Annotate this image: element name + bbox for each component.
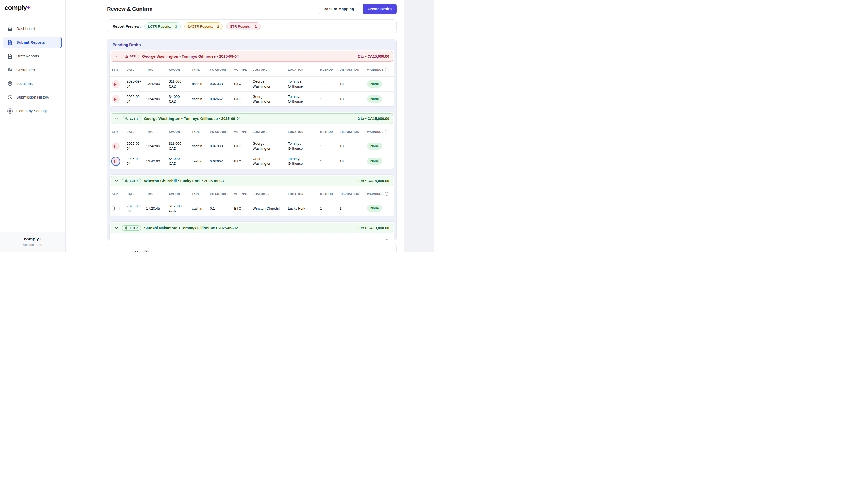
column-header-vc-amount: VC AMOUNT: [208, 63, 232, 76]
column-header-method: METHOD: [318, 234, 338, 240]
sidebar-item-label: Company Settings: [16, 109, 48, 113]
cell-disposition: 18: [338, 92, 365, 106]
cell-vc_type: BTC: [232, 76, 250, 92]
table-header-row: STRDATETIMEAMOUNTTYPEVC AMOUNTVC TYPECUS…: [110, 234, 394, 240]
sidebar-item-dashboard[interactable]: Dashboard: [3, 23, 62, 34]
right-gutter: [404, 0, 434, 252]
cell-type: cashin: [190, 139, 208, 154]
column-header-vc-type: VC TYPE: [232, 234, 250, 240]
report-type-badge: STR: [122, 54, 139, 59]
transactions-table: STRDATETIMEAMOUNTTYPEVC AMOUNTVC TYPECUS…: [110, 234, 394, 240]
cell-date: 2025-09-04: [124, 139, 144, 154]
str-flag-button[interactable]: [112, 142, 120, 150]
cell-method: 1: [318, 154, 338, 169]
warnings-none-badge: None: [367, 205, 382, 212]
group-header-lctr-1[interactable]: LCTR George Washington • Tommys Gillhous…: [111, 113, 393, 124]
sidebar-item-submission-history[interactable]: Submission History: [3, 92, 62, 103]
sidebar-item-customers[interactable]: Customers: [3, 64, 62, 75]
dollar-circle-icon: [125, 227, 128, 230]
column-header-type: TYPE: [190, 125, 208, 139]
cell-disposition: 18: [338, 154, 365, 169]
column-header-vc-amount: VC AMOUNT: [208, 125, 232, 139]
not-reportable-panel[interactable]: Not Reportable 2: [107, 243, 396, 252]
cell-date: 2025-09-04: [124, 154, 144, 169]
flag-icon: [114, 159, 117, 163]
column-header-time: TIME: [144, 187, 167, 201]
map-pin-icon: [7, 81, 13, 86]
column-header-amount: AMOUNT: [167, 187, 190, 201]
warnings-none-badge: None: [367, 95, 382, 103]
column-header-date: DATE: [124, 125, 144, 139]
cell-customer: George Washington: [250, 76, 286, 92]
column-header-str: STR: [110, 63, 124, 76]
sidebar-footer: comply+ Version 1.0.0: [0, 232, 65, 252]
column-header-location: LOCATION: [286, 125, 318, 139]
column-header-warnings: WARNINGS: [365, 234, 394, 240]
str-flag-button[interactable]: [112, 157, 120, 165]
cell-vc_amount: 0.07333: [208, 76, 232, 92]
sidebar-item-label: Submission History: [16, 95, 49, 99]
create-drafts-button[interactable]: Create Drafts: [363, 4, 396, 14]
app-logo: comply+: [0, 0, 65, 16]
str-flag-button[interactable]: [112, 95, 120, 103]
flag-icon: [114, 97, 117, 101]
group-header-lctr-3[interactable]: LCTR Satoshi Nakamoto • Tommys Gillhouse…: [111, 223, 393, 233]
back-to-mapping-button[interactable]: Back to Mapping: [319, 4, 359, 14]
chevron-down-icon: [114, 54, 118, 59]
cell-time: 17:20:45: [144, 201, 167, 216]
transactions-table: STRDATETIMEAMOUNTTYPEVC AMOUNTVC TYPECUS…: [110, 187, 394, 216]
group-title: George Washington • Tommys Gillhouse • 2…: [142, 54, 239, 59]
report-type-badge: LCTR: [122, 178, 141, 183]
group-header-lctr-2[interactable]: LCTR Winston Churchill • Lucky Fork • 20…: [111, 176, 393, 186]
column-header-customer: CUSTOMER: [250, 125, 286, 139]
cell-amount: $15,000 CAD: [167, 201, 190, 216]
footer-logo: comply+: [0, 237, 65, 241]
warnings-help-icon[interactable]: [385, 239, 389, 240]
report-type-badge: LCTR: [122, 116, 141, 121]
sidebar-item-label: Dashboard: [16, 27, 35, 31]
cell-warnings: None: [365, 154, 394, 169]
warnings-help-icon[interactable]: [385, 130, 389, 134]
draft-group-card: LCTR George Washington • Tommys Gillhous…: [110, 112, 394, 169]
column-header-str: STR: [110, 234, 124, 240]
column-header-warnings: WARNINGS: [365, 63, 394, 76]
cell-time: 13:42:00: [144, 139, 167, 154]
group-summary: 1 tx • CA13,000.00: [358, 226, 389, 230]
file-text-icon: [7, 40, 13, 45]
sidebar-item-locations[interactable]: Locations: [3, 78, 62, 89]
table-header-row: STRDATETIMEAMOUNTTYPEVC AMOUNTVC TYPECUS…: [110, 187, 394, 201]
column-header-disposition: DISPOSITION: [338, 125, 365, 139]
cell-location: Lucky Fork: [286, 201, 318, 216]
report-preview-label: Report Preview:: [113, 24, 141, 29]
group-summary: 2 tx • CA15,000.00: [358, 54, 389, 59]
home-icon: [7, 26, 13, 31]
sidebar-item-company-settings[interactable]: Company Settings: [3, 105, 62, 116]
warnings-none-badge: None: [367, 158, 382, 165]
chevron-down-icon: [114, 116, 118, 121]
cell-amount: $4,000 CAD: [167, 154, 190, 169]
flag-icon: [114, 145, 117, 148]
group-title: Satoshi Nakamoto • Tommys Gillhouse • 20…: [144, 226, 238, 230]
cell-vc_type: BTC: [232, 139, 250, 154]
group-header-str-0[interactable]: STR George Washington • Tommys Gillhouse…: [111, 51, 393, 62]
warnings-help-icon[interactable]: [385, 67, 389, 72]
warnings-help-icon[interactable]: [385, 192, 389, 196]
cell-customer: George Washington: [250, 154, 286, 169]
column-header-location: LOCATION: [286, 63, 318, 76]
cell-warnings: None: [365, 139, 394, 154]
sidebar-item-draft-reports[interactable]: Draft Reports: [3, 51, 62, 62]
column-header-vc-amount: VC AMOUNT: [208, 234, 232, 240]
cell-type: cashin: [190, 154, 208, 169]
pending-groups: STR George Washington • Tommys Gillhouse…: [110, 50, 394, 240]
main-area: Review & Confirm Back to Mapping Create …: [66, 0, 404, 252]
str-flag-button[interactable]: [112, 204, 120, 212]
cell-location: Tommys Gillhouse: [286, 154, 318, 169]
column-header-str: STR: [110, 125, 124, 139]
report-count-badge-lvctr: LVCTR Reports: 2: [184, 22, 223, 30]
str-flag-button[interactable]: [112, 80, 120, 88]
cell-warnings: None: [365, 76, 394, 92]
file-plus-icon: [7, 53, 13, 59]
column-header-vc-type: VC TYPE: [232, 187, 250, 201]
sidebar-item-submit-reports[interactable]: Submit Reports: [3, 37, 62, 48]
group-summary: 1 tx • CA15,000.00: [358, 179, 389, 183]
